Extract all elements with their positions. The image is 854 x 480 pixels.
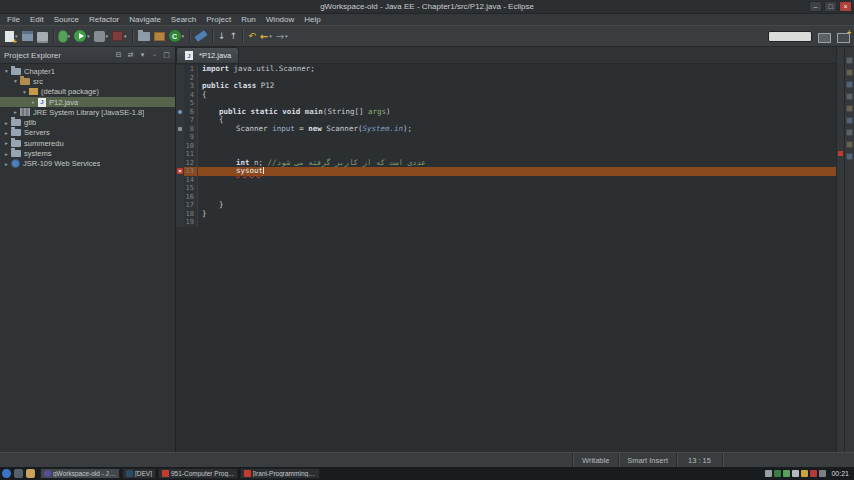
new-class-button[interactable]: ▾ <box>167 27 187 45</box>
menu-edit[interactable]: Edit <box>25 15 49 24</box>
search-button[interactable] <box>193 27 209 45</box>
maximize-button[interactable]: □ <box>824 1 837 12</box>
taskbar-window-irani-programming[interactable]: [Irani-Programming-... <box>240 468 320 479</box>
clipboard-tray-icon[interactable] <box>765 470 772 477</box>
menu-window[interactable]: Window <box>261 15 299 24</box>
code-line-17[interactable]: 17} <box>176 201 836 210</box>
code-line-3[interactable]: 3public class P12 <box>176 82 836 91</box>
java-ee-perspective-button[interactable] <box>816 29 833 47</box>
declaration-view-button[interactable] <box>846 117 853 124</box>
code-line-4[interactable]: 4{ <box>176 91 836 100</box>
tree-item-p12-java[interactable]: ▸P12.java <box>0 97 175 107</box>
chevron-right-icon[interactable]: ▸ <box>3 140 10 146</box>
chevron-right-icon[interactable]: ▸ <box>12 109 19 115</box>
outline-view-button[interactable] <box>846 69 853 76</box>
taskbar-window-eclipse[interactable]: gWorkspace-old - Ja... <box>40 468 120 479</box>
chevron-down-icon[interactable]: ▾ <box>21 89 28 95</box>
external-tools-button[interactable]: ▾ <box>92 27 111 45</box>
menu-source[interactable]: Source <box>49 15 84 24</box>
maximize-view-button[interactable]: □ <box>162 51 171 60</box>
tree-item-default-package[interactable]: ▾(default package) <box>0 87 175 97</box>
tree-item-chapter1[interactable]: ▾Chapter1 <box>0 66 175 76</box>
overview-ruler[interactable] <box>836 47 844 452</box>
next-annotation-button[interactable]: ↓ <box>216 27 228 45</box>
error-overview-marker[interactable] <box>838 151 843 156</box>
code-line-19[interactable]: 19 <box>176 218 836 227</box>
new-wizard-button[interactable]: ▾ <box>3 27 20 45</box>
tree-item-systems[interactable]: ▸systems <box>0 148 175 158</box>
code-line-16[interactable]: 16 <box>176 193 836 202</box>
chevron-right-icon[interactable]: ▸ <box>3 161 10 167</box>
chevron-down-icon[interactable]: ▾ <box>12 78 19 84</box>
menu-project[interactable]: Project <box>201 15 236 24</box>
tree-item-jsr109-web-services[interactable]: ▸JSR-109 Web Services <box>0 159 175 169</box>
debug-button[interactable]: ▾ <box>57 27 73 45</box>
tree-item-jre-system-library[interactable]: ▸JRE System Library [JavaSE-1.8] <box>0 107 175 117</box>
chevron-right-icon[interactable]: ▸ <box>3 130 10 136</box>
code-editor[interactable]: 1import java.util.Scanner;23public class… <box>176 64 836 452</box>
chevron-down-icon[interactable]: ▾ <box>3 68 10 74</box>
view-menu-button[interactable]: ▾ <box>138 51 147 60</box>
volume-tray-icon[interactable] <box>819 470 826 477</box>
menu-run[interactable]: Run <box>236 15 261 24</box>
chevron-right-icon[interactable]: ▸ <box>3 151 10 157</box>
menu-file[interactable]: File <box>2 15 25 24</box>
code-line-8[interactable]: 8Scanner input = new Scanner(System.in); <box>176 125 836 134</box>
collapse-all-button[interactable]: ⊟ <box>114 51 123 60</box>
code-line-6[interactable]: 6public static void main(String[] args) <box>176 108 836 117</box>
network-tray-icon[interactable] <box>792 470 799 477</box>
show-desktop-button[interactable] <box>14 469 23 478</box>
code-line-10[interactable]: 10 <box>176 142 836 151</box>
code-line-15[interactable]: 15 <box>176 184 836 193</box>
restore-views-button[interactable] <box>846 57 853 64</box>
run-button[interactable]: ▾ <box>72 27 92 45</box>
dot-marker-icon[interactable] <box>176 108 184 117</box>
tree-item-src[interactable]: ▾src <box>0 76 175 86</box>
print-button[interactable] <box>35 27 50 45</box>
code-line-9[interactable]: 9 <box>176 133 836 142</box>
previous-annotation-button[interactable]: ↑ <box>228 27 240 45</box>
keyboard-layout-tray-icon[interactable] <box>810 470 817 477</box>
file-manager-button[interactable] <box>26 469 35 478</box>
menu-search[interactable]: Search <box>166 15 201 24</box>
search-view-button[interactable] <box>846 141 853 148</box>
back-button[interactable]: ←▾ <box>258 27 274 45</box>
console-view-button[interactable] <box>846 129 853 136</box>
error-marker-icon[interactable] <box>176 167 184 176</box>
window-titlebar[interactable]: gWorkspace-old - Java EE - Chapter1/src/… <box>0 0 854 14</box>
dot2-marker-icon[interactable] <box>176 125 184 134</box>
new-package-button[interactable] <box>152 27 167 45</box>
close-button[interactable]: × <box>839 1 852 12</box>
minimize-button[interactable]: – <box>809 1 822 12</box>
forward-button[interactable]: →▾ <box>274 27 290 45</box>
code-line-14[interactable]: 14 <box>176 176 836 185</box>
code-line-2[interactable]: 2 <box>176 74 836 83</box>
tab-p12-java[interactable]: *P12.java <box>176 47 239 63</box>
coverage-button[interactable]: ▾ <box>110 27 129 45</box>
code-line-1[interactable]: 1import java.util.Scanner; <box>176 65 836 74</box>
taskbar-window-951-computer[interactable]: 951-Computer Prog... <box>158 468 238 479</box>
system-monitor-tray-icon[interactable] <box>774 470 781 477</box>
new-java-project-button[interactable] <box>136 27 152 45</box>
code-line-18[interactable]: 18} <box>176 210 836 219</box>
code-line-12[interactable]: 12int n; //عددی است که از کاربر گرفته می… <box>176 159 836 168</box>
menu-help[interactable]: Help <box>299 15 325 24</box>
javadoc-view-button[interactable] <box>846 105 853 112</box>
task-list-view-button[interactable] <box>846 81 853 88</box>
chevron-right-icon[interactable]: ▸ <box>30 99 37 105</box>
quick-access-input[interactable] <box>768 31 812 42</box>
open-perspective-button[interactable] <box>835 29 852 47</box>
menu-navigate[interactable]: Navigate <box>124 15 166 24</box>
tree-item-gtlb[interactable]: ▸gtlb <box>0 117 175 127</box>
minimize-view-button[interactable]: – <box>150 51 159 60</box>
menu-refactor[interactable]: Refactor <box>84 15 124 24</box>
tree-item-summeredu[interactable]: ▸summeredu <box>0 138 175 148</box>
progress-view-button[interactable] <box>846 153 853 160</box>
link-with-editor-button[interactable]: ⇄ <box>126 51 135 60</box>
messenger-tray-icon[interactable] <box>783 470 790 477</box>
taskbar-window-dev[interactable]: [DEV] <box>122 468 156 479</box>
chevron-right-icon[interactable]: ▸ <box>3 120 10 126</box>
code-line-13[interactable]: 13sysout <box>176 167 836 176</box>
tree-item-servers[interactable]: ▸Servers <box>0 128 175 138</box>
app-menu-button[interactable] <box>2 469 11 478</box>
